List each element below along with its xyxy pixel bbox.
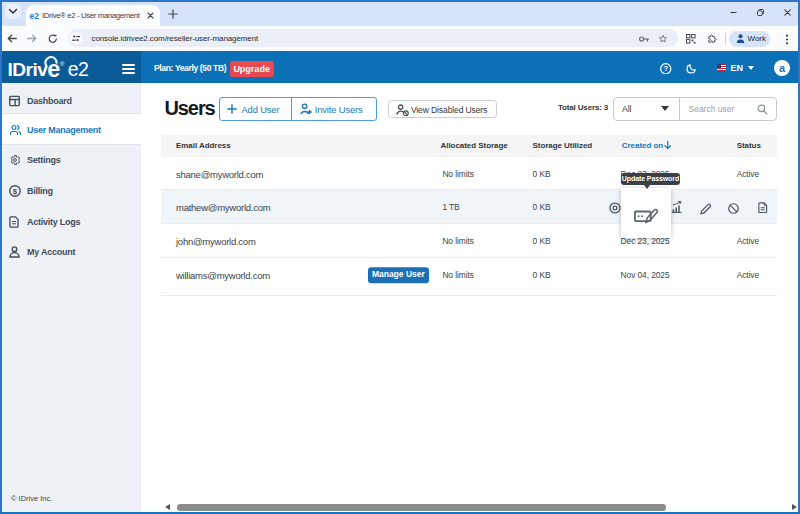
svg-text:?: ? [663,64,668,73]
svg-text:$: $ [13,187,18,196]
